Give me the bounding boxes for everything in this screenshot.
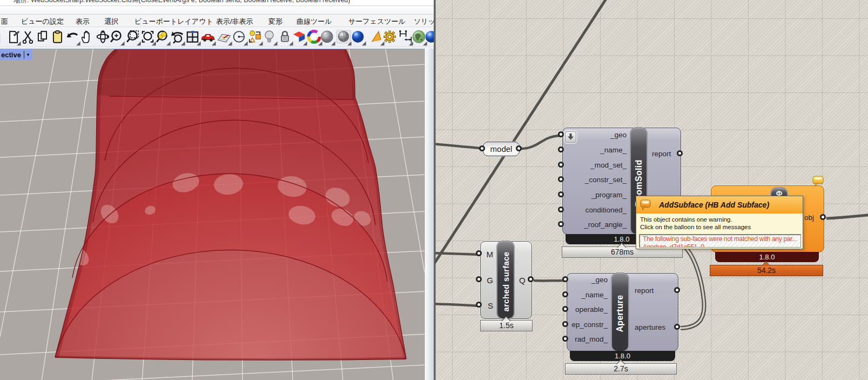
viewport-3d-view [0, 49, 425, 380]
component-aperture-title: Aperture [615, 295, 625, 332]
component-addsubface-output-socket-0[interactable] [820, 214, 826, 220]
component-arched-surface-input-socket-2[interactable] [476, 302, 482, 308]
component-roomsolid-input-label-1: _name_ [600, 146, 627, 154]
cplane-icon[interactable] [216, 29, 233, 47]
component-aperture-input-label-2: operable_ [575, 305, 608, 314]
toolbar [0, 28, 434, 47]
component-roomsolid-input-label-6: _roof_angle_ [584, 221, 627, 229]
menu-item-3[interactable]: 選択 [104, 17, 118, 26]
component-arched-surface-title: arched surface [501, 251, 510, 311]
menu-item-1[interactable]: ビューの設定 [21, 17, 64, 26]
undo-view-icon[interactable] [169, 29, 186, 47]
component-aperture-input-socket-4[interactable] [562, 336, 568, 342]
component-roomsolid-input-socket-4[interactable] [558, 191, 564, 197]
screen: 場所: WebSocketSharp.WebSocket.Close(Close… [0, 0, 868, 380]
rhino-viewport[interactable]: ective ▼ [0, 49, 425, 380]
component-aperture-input-label-0: _geo [591, 276, 608, 284]
model-output-socket[interactable] [516, 145, 522, 151]
tooltip-balloon-icon [640, 199, 651, 211]
viewport-title-tab[interactable]: ective ▼ [0, 49, 32, 60]
tooltip-title: AddSubface (HB Add Subface) [659, 201, 769, 209]
circle-center-icon[interactable] [232, 29, 249, 47]
command-history-text: 場所: WebSocketSharp.WebSocket.Close(Close… [14, 0, 351, 5]
component-roomsolid-input-socket-1[interactable] [558, 146, 564, 152]
menu-item-8[interactable]: サーフェスツール [348, 17, 406, 26]
component-roomsolid-input-label-0: _geo [610, 131, 627, 139]
sphere-icon[interactable] [319, 29, 337, 47]
component-aperture-capsule[interactable]: Aperture [611, 272, 629, 352]
model-input-socket[interactable] [479, 145, 485, 151]
component-roomsolid-input-label-2: _mod_set_ [590, 161, 627, 169]
component-arched-surface-input-label-0: M [487, 250, 494, 259]
component-roomsolid-output-socket-0[interactable] [677, 150, 683, 156]
car-icon[interactable] [200, 29, 217, 47]
menu-item-2[interactable]: 表示 [76, 17, 90, 26]
menu-item-6[interactable]: 変形 [268, 17, 282, 26]
component-aperture-input-socket-3[interactable] [562, 321, 568, 327]
sphere-blue-icon[interactable] [350, 29, 367, 47]
grasshopper-canvas[interactable]: modelRoomSolid_geo_name__mod_set__constr… [434, 0, 868, 380]
menu-bar: 面ビューの設定表示選択ビューポートレイアウト表示/非表示変形曲線ツールサーフェス… [0, 15, 434, 27]
component-addsubface-output-label-0: obj [804, 214, 814, 222]
tooltip-header: AddSubface (HB Add Subface) [636, 196, 803, 214]
component-aperture-input-socket-1[interactable] [562, 291, 568, 297]
component-arched-surface-input-label-1: G [487, 276, 493, 285]
component-aperture-input-socket-2[interactable] [562, 306, 568, 312]
lightbulb-icon[interactable] [261, 29, 279, 47]
component-arched-surface-output-socket-0[interactable] [528, 276, 534, 282]
tooltip-line-1: This object contains one warning. [640, 216, 803, 223]
component-arched-surface-input-socket-0[interactable] [476, 250, 482, 256]
profiler-notch [617, 243, 627, 248]
component-roomsolid-input-label-3: _constr_set_ [585, 176, 627, 184]
aperture-runtime-strip: 2.7s [565, 363, 677, 375]
arched-surface-runtime-strip: 1.5s [480, 320, 533, 331]
viewport-scrollbar[interactable] [425, 49, 434, 380]
component-arched-surface-input-socket-1[interactable] [476, 276, 482, 282]
component-aperture-input-socket-0[interactable] [562, 276, 568, 282]
warning-message-line-2: Aperture_d7d1e551_0 [643, 243, 800, 248]
profiler-notch [761, 261, 771, 266]
gear-icon[interactable] [382, 29, 399, 47]
menu-item-4[interactable]: ビューポートレイアウト [134, 17, 213, 26]
wire-to-s[interactable] [435, 304, 480, 306]
component-arched-surface-input-label-2: S [488, 301, 493, 310]
component-aperture-input-label-3: ep_constr_ [571, 321, 608, 329]
component-aperture-input-label-1: _name_ [581, 291, 608, 299]
zoom-dynamic-icon[interactable] [109, 29, 126, 47]
viewport-menu-caret-icon[interactable]: ▼ [26, 52, 30, 57]
warning-tooltip: AddSubface (HB Add Subface)This object c… [636, 196, 803, 249]
component-roomsolid-input-socket-0[interactable] [558, 131, 564, 137]
wire-to-m[interactable] [435, 253, 480, 255]
component-aperture-output-label-1: apertures [635, 323, 665, 331]
pan-hand-icon[interactable] [78, 29, 96, 47]
node-model-param[interactable]: model [483, 142, 520, 156]
component-aperture-output-socket-1[interactable] [674, 324, 680, 330]
component-arched-surface-capsule[interactable]: arched surface [496, 241, 515, 319]
component-aperture-output-label-0: report [635, 286, 654, 295]
component-aperture[interactable]: Aperture_geo_name_operable_ep_constr_rad… [567, 273, 678, 351]
component-arched-surface-output-label-0: Q [519, 276, 526, 285]
model-label: model [490, 144, 513, 154]
profiler-notch [616, 359, 625, 364]
profiler-notch [501, 316, 511, 321]
wire-apertures-to-addsubface[interactable] [681, 248, 704, 328]
command-input[interactable] [0, 6, 434, 15]
menu-item-7[interactable]: 曲線ツール [297, 17, 332, 26]
menu-item-0[interactable]: 面 [1, 17, 8, 26]
component-roomsolid-input-socket-5[interactable] [558, 206, 564, 212]
red-vault-model[interactable] [0, 49, 425, 380]
menu-item-5[interactable]: 表示/非表示 [216, 17, 253, 26]
wire-model-to-geo[interactable] [521, 136, 561, 149]
wire-to-model[interactable] [435, 144, 480, 148]
menu-item-9[interactable]: ソリッド [414, 17, 434, 26]
component-aperture-output-socket-0[interactable] [674, 287, 680, 293]
sphere-blue2-icon[interactable] [423, 29, 434, 47]
component-roomsolid-input-socket-3[interactable] [558, 176, 564, 182]
rhino-window: 場所: WebSocketSharp.WebSocket.Close(Close… [0, 0, 434, 380]
component-arched-surface[interactable]: arched surfaceMGSQ [480, 241, 532, 319]
wire-obj-out[interactable] [826, 215, 868, 218]
warning-balloon-icon[interactable] [812, 176, 824, 190]
component-roomsolid-input-socket-2[interactable] [558, 162, 564, 168]
update-available-icon[interactable] [565, 131, 576, 143]
component-roomsolid-input-socket-6[interactable] [558, 221, 564, 227]
